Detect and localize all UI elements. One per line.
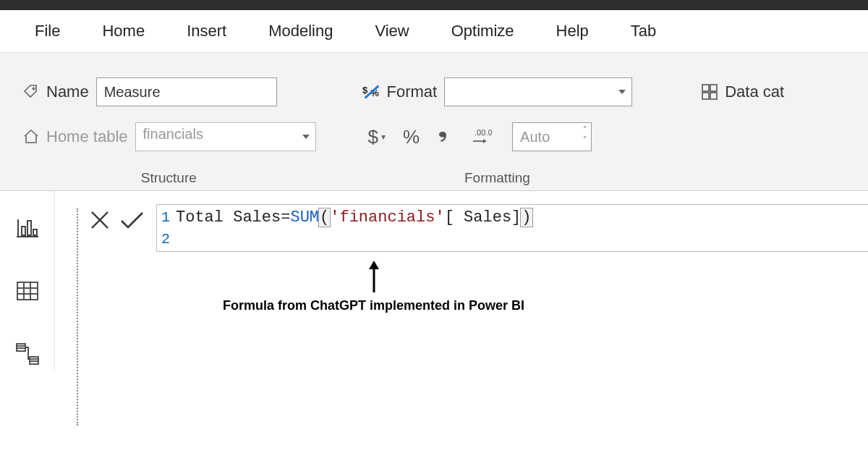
group-label-structure: Structure: [141, 170, 197, 186]
measure-name-input[interactable]: [96, 77, 277, 106]
ribbon-group-formatting: $% Format $ ▾ %: [354, 75, 642, 190]
line-number: 2: [157, 231, 176, 248]
comma-icon: [437, 127, 453, 146]
relationship-icon: [14, 342, 41, 368]
token-measure-name: Total Sales: [176, 208, 281, 227]
ribbon-tab-strip: File Home Insert Modeling View Optimize …: [0, 10, 868, 52]
check-icon: [118, 208, 145, 232]
token-paren-open: (: [319, 208, 330, 227]
tab-modeling[interactable]: Modeling: [268, 22, 333, 41]
tab-optimize[interactable]: Optimize: [451, 22, 514, 41]
chevron-down-icon: ▾: [381, 132, 386, 142]
data-view-button[interactable]: [12, 275, 43, 307]
canvas-area: 1 Total Sales = SUM ( 'financials' [ Sal…: [55, 191, 868, 371]
tab-help[interactable]: Help: [556, 22, 589, 41]
bar-chart-icon: [15, 215, 40, 240]
formula-bar: 1 Total Sales = SUM ( 'financials' [ Sal…: [84, 204, 868, 252]
svg-rect-7: [702, 93, 709, 99]
svg-rect-14: [17, 282, 38, 300]
format-dropdown[interactable]: [444, 77, 632, 106]
tab-tableau-or-more[interactable]: Tab: [631, 22, 656, 41]
percent-format-button[interactable]: %: [403, 126, 420, 148]
percent-icon: %: [403, 126, 420, 148]
format-icon: $%: [362, 83, 381, 101]
thousands-separator-button[interactable]: [437, 127, 453, 146]
name-label: Name: [46, 83, 89, 101]
tab-home[interactable]: Home: [102, 22, 145, 41]
decimal-shift-icon: .00 .0: [470, 127, 495, 147]
decimal-count-value: Auto: [520, 129, 550, 145]
svg-rect-19: [17, 344, 25, 351]
token-paren-close: ): [521, 208, 532, 227]
window-title-bar: [0, 0, 868, 10]
svg-rect-13: [33, 229, 37, 235]
decimal-count-stepper[interactable]: Auto ˄ ˅: [512, 122, 592, 151]
tab-view[interactable]: View: [375, 22, 409, 41]
annotation-text: Formula from ChatGPT implemented in Powe…: [223, 297, 524, 314]
decimal-places-button[interactable]: .00 .0: [470, 127, 495, 147]
svg-text:$: $: [362, 85, 368, 96]
format-label: Format: [387, 83, 438, 101]
view-switcher-rail: [0, 191, 55, 371]
group-label-formatting: Formatting: [464, 170, 530, 186]
svg-rect-12: [27, 221, 31, 235]
token-column-ref: [ Sales]: [445, 208, 522, 227]
ribbon-group-structure: Name Home table financials Structure: [13, 75, 325, 190]
svg-rect-6: [710, 85, 717, 91]
arrow-up-icon: [367, 261, 380, 292]
annotation-callout: Formula from ChatGPT implemented in Powe…: [223, 261, 524, 314]
workspace: 1 Total Sales = SUM ( 'financials' [ Sal…: [0, 191, 868, 371]
tag-icon: [22, 83, 41, 101]
svg-rect-11: [22, 227, 25, 235]
svg-marker-28: [369, 261, 379, 269]
code-line-2[interactable]: 2: [157, 228, 868, 250]
currency-format-button[interactable]: $ ▾: [368, 126, 386, 148]
chevron-up-icon[interactable]: ˄: [583, 126, 587, 133]
dollar-icon: $: [368, 126, 378, 148]
data-category-icon: [700, 83, 719, 101]
svg-point-0: [33, 88, 35, 90]
svg-rect-20: [30, 357, 38, 364]
home-icon: [22, 127, 41, 146]
svg-text:.0: .0: [486, 129, 493, 137]
home-table-label: Home table: [46, 127, 128, 146]
cancel-formula-button[interactable]: [84, 204, 116, 236]
report-view-button[interactable]: [12, 211, 43, 243]
svg-rect-8: [710, 93, 717, 99]
ribbon-group-properties: Data cat: [663, 75, 793, 190]
model-view-button[interactable]: [12, 339, 43, 371]
data-category-label: Data cat: [725, 83, 784, 101]
tab-file[interactable]: File: [35, 22, 60, 41]
token-table-ref: 'financials': [330, 208, 444, 227]
panel-divider: [77, 208, 78, 426]
tab-insert[interactable]: Insert: [187, 22, 226, 41]
dax-editor[interactable]: 1 Total Sales = SUM ( 'financials' [ Sal…: [156, 204, 868, 252]
code-line-1[interactable]: 1 Total Sales = SUM ( 'financials' [ Sal…: [157, 206, 868, 228]
ribbon-body: Name Home table financials Structure $% …: [0, 52, 868, 191]
close-icon: [88, 208, 112, 232]
svg-rect-5: [702, 85, 709, 91]
home-table-dropdown[interactable]: financials: [135, 122, 316, 151]
token-equals: =: [281, 208, 290, 227]
line-number: 1: [157, 209, 176, 226]
chevron-down-icon[interactable]: ˅: [583, 136, 587, 143]
table-grid-icon: [15, 279, 40, 303]
svg-text:.00: .00: [475, 128, 485, 137]
commit-formula-button[interactable]: [116, 204, 148, 236]
token-function: SUM: [290, 208, 319, 227]
